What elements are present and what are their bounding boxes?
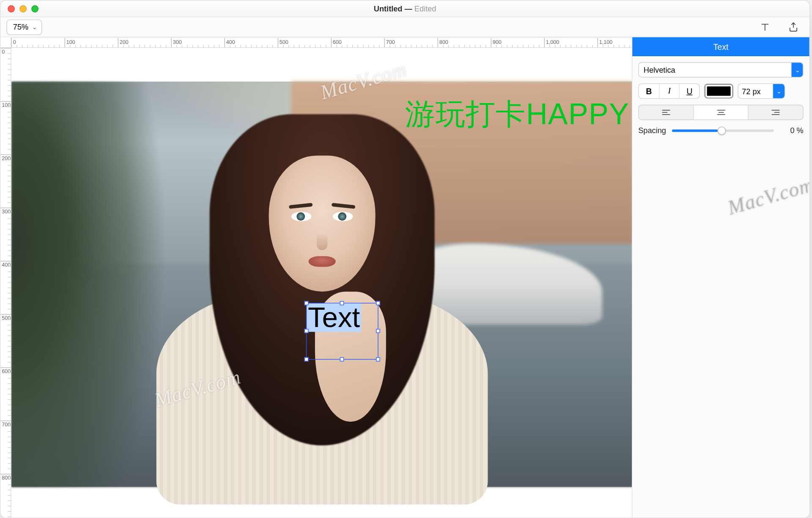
ruler-tick-minor: [502, 45, 502, 48]
ruler-tick-minor: [411, 45, 411, 48]
ruler-tick-minor: [8, 453, 11, 453]
ruler-tick-minor: [8, 357, 11, 357]
align-right-button[interactable]: [748, 105, 803, 120]
align-center-button[interactable]: [693, 105, 748, 120]
ruler-tick-minor: [214, 45, 214, 48]
ruler-tick: [0, 48, 11, 48]
ruler-tick-minor: [8, 405, 11, 405]
ruler-corner: [0, 37, 11, 48]
canvas-viewport[interactable]: 游玩打卡HAPPY MacV.com MacV.com MacV.com Tex…: [11, 48, 632, 518]
resize-handle-top-mid[interactable]: [340, 301, 344, 305]
resize-handle-mid-left[interactable]: [304, 329, 309, 333]
ruler-tick-minor: [251, 45, 252, 48]
ruler-tick-minor: [70, 45, 70, 48]
ruler-tick-minor: [8, 117, 11, 117]
font-size-select[interactable]: ⌄: [738, 83, 785, 98]
ruler-tick-minor: [8, 469, 11, 469]
underline-button[interactable]: U: [679, 84, 700, 98]
ruler-tick-minor: [8, 373, 11, 373]
ruler-tick-minor: [496, 45, 497, 48]
ruler-tick-minor: [315, 45, 315, 48]
ruler-tick-minor: [469, 45, 470, 48]
ruler-label: 500: [2, 315, 11, 321]
ruler-tick-minor: [8, 335, 11, 336]
resize-handle-bottom-left[interactable]: [304, 357, 309, 362]
ruler-tick-minor: [539, 45, 539, 48]
font-color-swatch[interactable]: [705, 84, 733, 98]
ruler-tick-minor: [8, 389, 11, 389]
ruler-tick-minor: [246, 45, 246, 48]
ruler-tick-minor: [8, 123, 11, 123]
ruler-tick-minor: [8, 245, 11, 245]
text-icon: [759, 21, 771, 33]
slider-thumb[interactable]: [718, 126, 726, 135]
ruler-tick-minor: [512, 45, 513, 48]
bold-button[interactable]: B: [639, 84, 659, 98]
share-icon: [787, 21, 799, 33]
text-box-content[interactable]: Text: [307, 303, 361, 332]
resize-handle-bottom-right[interactable]: [376, 357, 380, 362]
canvas-overlay-text[interactable]: 游玩打卡HAPPY: [405, 95, 629, 134]
resize-handle-bottom-mid[interactable]: [340, 357, 344, 362]
ruler-tick: [384, 38, 385, 48]
ruler-tick-minor: [294, 45, 294, 48]
inspector-tab-text[interactable]: Text: [632, 37, 809, 56]
share-button[interactable]: [787, 20, 800, 33]
italic-button[interactable]: I: [659, 84, 679, 98]
align-left-button[interactable]: [639, 105, 693, 120]
ruler-tick: [331, 38, 332, 48]
ruler-tick-minor: [8, 277, 11, 277]
ruler-tick-minor: [8, 485, 11, 485]
zoom-window-button[interactable]: [31, 5, 38, 12]
text-box-selection[interactable]: Text: [306, 303, 379, 360]
ruler-tick-minor: [560, 45, 560, 48]
dropdown-icon[interactable]: ⌄: [773, 83, 785, 98]
ruler-tick-minor: [235, 45, 236, 48]
font-family-input[interactable]: [639, 65, 791, 74]
ruler-tick-minor: [299, 45, 299, 48]
ruler-tick-minor: [8, 69, 11, 70]
ruler-tick: [491, 38, 491, 48]
ruler-tick-minor: [416, 45, 417, 48]
ruler-tick-minor: [8, 303, 11, 304]
text-align-segment: [638, 105, 804, 120]
ruler-label: 400: [226, 39, 235, 45]
resize-handle-mid-right[interactable]: [376, 329, 380, 333]
ruler-label: 300: [173, 39, 182, 45]
dropdown-icon[interactable]: ⌄: [791, 62, 803, 77]
ruler-tick-minor: [373, 45, 374, 48]
ruler-tick-minor: [8, 511, 11, 512]
ruler-tick: [0, 314, 11, 314]
canvas-image[interactable]: 游玩打卡HAPPY MacV.com MacV.com MacV.com Tex…: [11, 82, 632, 487]
ruler-tick-minor: [8, 463, 11, 463]
ruler-tick-minor: [363, 45, 363, 48]
ruler-tick-minor: [486, 45, 486, 48]
font-family-select[interactable]: ⌄: [638, 62, 804, 77]
ruler-tick-minor: [8, 399, 11, 400]
ruler-tick-minor: [336, 45, 337, 48]
ruler-tick-minor: [160, 45, 161, 48]
ruler-tick-minor: [8, 415, 11, 416]
ruler-tick-minor: [549, 45, 550, 48]
ruler-tick-minor: [8, 394, 11, 394]
font-size-input[interactable]: [738, 87, 773, 95]
zoom-select[interactable]: 75% ⌄: [6, 19, 42, 35]
ruler-tick-minor: [75, 45, 76, 48]
close-window-button[interactable]: [8, 5, 15, 12]
ruler-tick-minor: [8, 192, 11, 192]
ruler-tick-minor: [8, 90, 11, 91]
spacing-slider[interactable]: [672, 129, 774, 132]
resize-handle-top-right[interactable]: [376, 301, 380, 305]
ruler-tick-minor: [8, 287, 11, 288]
ruler-tick: [598, 38, 598, 48]
ruler-tick-minor: [8, 240, 11, 240]
toolbar: 75% ⌄: [0, 17, 809, 38]
ruler-tick-minor: [443, 45, 443, 48]
minimize-window-button[interactable]: [19, 5, 27, 12]
ruler-tick-minor: [8, 80, 11, 80]
resize-handle-top-left[interactable]: [304, 301, 309, 305]
align-left-icon: [661, 108, 671, 117]
ruler-tick-minor: [262, 45, 262, 48]
text-tool-button[interactable]: [758, 20, 771, 33]
ruler-tick-minor: [523, 45, 523, 48]
